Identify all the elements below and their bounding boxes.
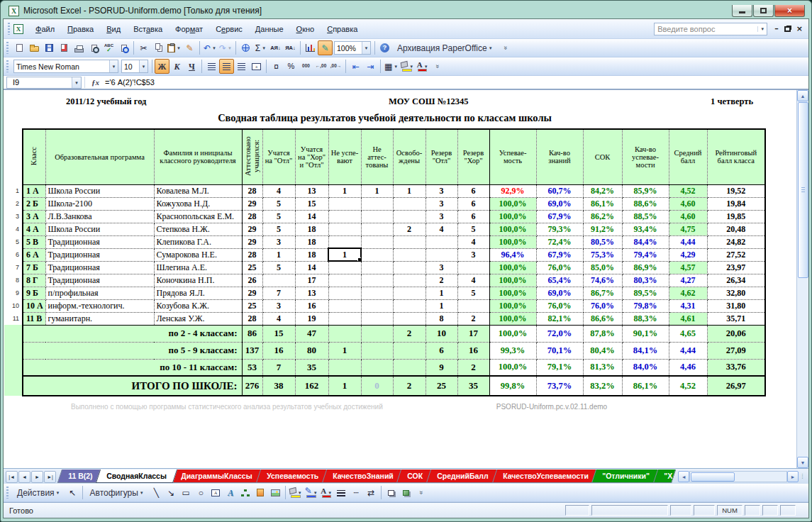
cell[interactable]: 92,9% [489,184,536,197]
cell[interactable]: 74,6% [583,274,622,287]
cell[interactable] [328,274,361,287]
cell[interactable]: 2 [457,312,489,325]
cell[interactable]: 100,0% [489,274,536,287]
cell[interactable]: 19,52 [707,184,765,197]
selected-cell[interactable]: 1 [328,248,361,261]
cell[interactable]: 84,1% [622,342,669,359]
menu-item[interactable]: Данные [249,22,290,36]
cell[interactable]: 7 [262,359,295,376]
cell[interactable]: 84,2% [583,184,622,197]
cell[interactable]: 99,3% [489,342,536,359]
cell[interactable]: Школа России [45,184,154,197]
cell[interactable]: 84,4% [622,235,669,248]
cell[interactable]: 28 [242,184,262,197]
cell[interactable]: 18 [295,235,328,248]
cell[interactable]: 72,4% [536,235,583,248]
class-cell[interactable]: 8 Г [23,274,45,287]
save-icon[interactable] [42,40,57,55]
dash-style-icon[interactable]: ┄ [349,485,364,500]
cell[interactable]: 5 [262,223,295,235]
cell[interactable]: 16 [295,299,328,312]
table-row[interactable]: 88 ГТрадиционнаяКоночкина Н.П.261724100,… [4,274,765,287]
cell[interactable]: 100,0% [489,325,536,342]
paperoffice-button[interactable]: Архивация PaperOffice▼ [392,40,498,55]
chart-wizard-icon[interactable] [303,40,318,55]
cell[interactable]: 86,1% [622,376,669,396]
increase-decimal-icon[interactable]: ←,00 [313,59,328,74]
cell[interactable] [328,261,361,274]
cell[interactable]: 17 [295,274,328,287]
cell[interactable]: 35 [457,376,489,396]
cell[interactable]: 79,3% [536,223,583,235]
cell[interactable]: Прядова Я.Л. [154,287,242,299]
cell[interactable]: 79,4% [622,248,669,261]
cell[interactable]: 4,52 [669,184,707,197]
cell[interactable] [393,299,426,312]
formula-input[interactable]: ='6 А(2)'!C$53 [105,78,155,87]
cell[interactable]: 85,0% [583,261,622,274]
menu-item[interactable]: Файл [29,22,61,36]
clipart-icon[interactable] [253,485,268,500]
rectangle-icon[interactable]: ▭ [179,485,194,500]
scroll-left-icon[interactable]: ◄ [678,471,689,482]
cell[interactable] [328,210,361,223]
summary-row[interactable]: по 2 - 4 классам:86154721017100,0%72,0%8… [4,325,765,342]
class-cell[interactable]: 9 Б [23,287,45,299]
tab-scroll-prev-icon[interactable]: ◄ [18,471,30,483]
tab-scroll-next-icon[interactable]: ► [31,471,43,483]
cell[interactable] [328,197,361,210]
cell[interactable]: 1 [426,287,457,299]
cell[interactable]: 60,7% [536,184,583,197]
cell[interactable]: 4,27 [669,274,707,287]
cell[interactable]: 100,0% [489,210,536,223]
cell[interactable]: 6 [457,197,489,210]
cell[interactable]: 17 [457,325,489,342]
font-color-button[interactable]: А▼ [415,59,430,74]
percent-icon[interactable]: % [284,59,299,74]
font-name-combo[interactable]: Times New Roman▼ [13,60,118,73]
question-dropdown-icon[interactable]: ▾ [757,26,767,32]
cell[interactable]: 19,85 [707,210,765,223]
cell[interactable]: Традиционная [45,235,154,248]
table-row[interactable]: 33 АЛ.В.ЗанковаКраснопольская Е.М.285143… [4,210,765,223]
cell[interactable]: Традиционная [45,248,154,261]
cell[interactable]: 35,71 [707,312,765,325]
fill-color-button[interactable]: ▼ [288,485,304,500]
title-bar[interactable]: Microsoft Excel - PSORUD-Uniform.demo [Т… [3,1,809,18]
cell[interactable] [361,342,393,359]
autosum-icon[interactable]: Σ▼ [253,40,268,55]
cell[interactable] [393,287,426,299]
menu-item[interactable]: Формат [169,22,209,36]
cell[interactable]: 70,1% [536,342,583,359]
sheet-tab[interactable]: КачествоЗнаний [322,470,404,483]
cell[interactable]: Ковалева М.Л. [154,184,242,197]
new-document-icon[interactable] [12,40,27,55]
minimize-button[interactable] [732,5,752,17]
fill-color-button[interactable]: ▼ [399,59,415,74]
cell[interactable]: 100,0% [489,312,536,325]
merge-center-icon[interactable]: а [249,59,264,74]
cell[interactable]: 3 [426,197,457,210]
help-icon[interactable]: ? [377,40,392,55]
print-icon[interactable] [72,40,87,55]
cell[interactable]: 86,2% [583,210,622,223]
line-style-icon[interactable] [334,485,349,500]
cell[interactable]: Школа России [45,223,154,235]
cell[interactable]: 19,84 [707,197,765,210]
cell[interactable] [361,325,393,342]
cell[interactable]: 1 [328,342,361,359]
cell[interactable]: 4 [457,235,489,248]
zoom-combo[interactable]: 100%▼ [334,41,371,55]
textbox-icon[interactable]: А [208,485,223,500]
cell[interactable]: 32,80 [707,287,765,299]
bold-button[interactable]: Ж [155,59,169,74]
class-cell[interactable]: 4 А [23,223,45,235]
cell[interactable]: 4,44 [669,235,707,248]
cell[interactable]: Коночкина Н.П. [154,274,242,287]
cell[interactable]: 5 [457,287,489,299]
class-cell[interactable]: 5 В [23,235,45,248]
cell[interactable]: 6 [457,184,489,197]
cell[interactable]: 4,62 [669,287,707,299]
threed-style-icon[interactable] [399,485,413,500]
close-button[interactable]: × [774,5,805,17]
